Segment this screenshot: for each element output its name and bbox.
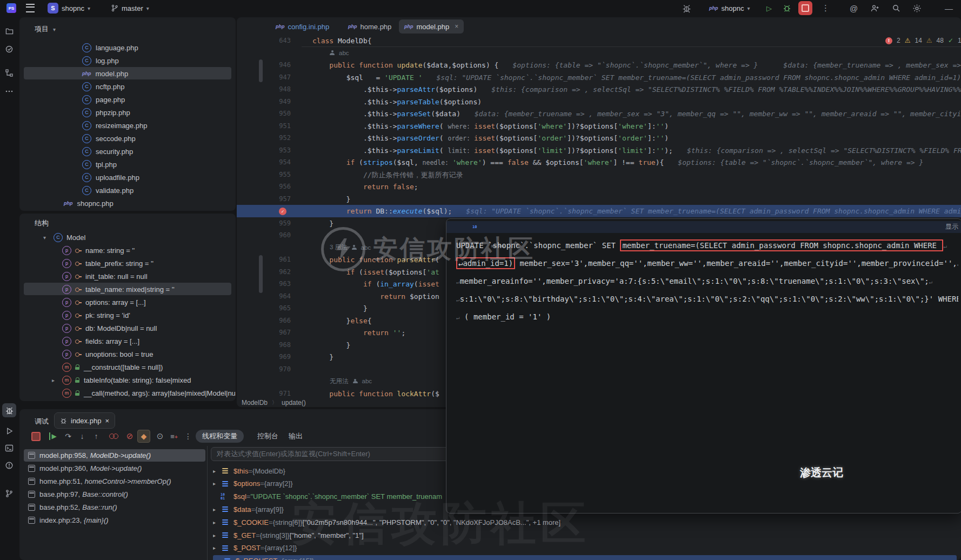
line-number[interactable]: 964 (237, 290, 291, 303)
line-number[interactable]: 969 (237, 351, 291, 363)
code-with-me-button[interactable] (870, 0, 879, 16)
frame-row[interactable]: model.php:958, ModelDb->update() (24, 449, 205, 462)
line-number[interactable]: 967 (237, 326, 291, 339)
line-number[interactable]: 953 (237, 144, 291, 157)
structure-item[interactable]: ▾CModel (43, 231, 85, 243)
structure-item[interactable]: pinit_table: null = null (52, 270, 148, 282)
chevron-down-icon[interactable]: ▾ (43, 235, 50, 241)
frame-row[interactable]: model.php:360, Model->update() (24, 462, 205, 475)
line-number[interactable]: 971 (237, 388, 291, 400)
ai-assistant-button[interactable]: @ (850, 0, 858, 16)
line-number[interactable]: 966 (237, 315, 291, 327)
settings-button[interactable] (912, 0, 922, 16)
frame-row[interactable]: base.php:52, Base::run() (24, 501, 205, 514)
rail-commit-icon[interactable] (2, 42, 16, 56)
mute-breakpoints-button[interactable]: ⊘ (123, 430, 136, 443)
step-over-button[interactable]: ↷ (62, 430, 75, 443)
project-file-security.php[interactable]: Csecurity.php (82, 145, 133, 157)
stop-button[interactable] (29, 430, 42, 443)
vcs-branch-widget[interactable]: master ▾ (111, 0, 149, 16)
popup-show-link[interactable]: 显示 (945, 222, 958, 231)
frame-row[interactable]: index.php:23, {main}() (24, 514, 205, 526)
resume-button[interactable]: ▶ (46, 430, 59, 443)
step-into-button[interactable]: ↓ (76, 430, 89, 443)
frames-variables-divider[interactable] (207, 446, 208, 560)
line-number[interactable]: 961 (237, 254, 291, 266)
line-number[interactable]: 947 (237, 71, 291, 84)
line-number[interactable]: 959 (237, 217, 291, 230)
structure-item[interactable]: pfields: array = [...] (52, 335, 139, 347)
project-file-shopnc.php[interactable]: phpshopnc.php (64, 197, 114, 209)
project-file-tpl.php[interactable]: Ctpl.php (82, 158, 117, 170)
value-viewer-popup[interactable]: 1001valueName = "UPDATE `shopnc`.`shopnc… (446, 218, 961, 514)
project-file-page.php[interactable]: Cpage.php (82, 94, 125, 105)
run-config-selector[interactable]: php shopnc ▾ (709, 0, 750, 16)
structure-item[interactable]: ptable_name: mixed|string = '' (52, 283, 175, 295)
structure-item[interactable]: pdb: ModelDb|null = null (52, 322, 157, 334)
line-number[interactable]: 949 (237, 96, 291, 108)
project-file-validate.php[interactable]: Cvalidate.php (82, 184, 134, 196)
line-number[interactable]: 952 (237, 132, 291, 144)
rail-branch-icon[interactable] (2, 486, 16, 501)
chevron-right-icon[interactable]: ▸ (52, 377, 58, 383)
variable-row-$_REQUEST[interactable]: ▸$_REQUEST = {array[15]} (213, 555, 957, 560)
evaluate-button[interactable]: ⊙ (154, 430, 166, 443)
rail-terminal-icon[interactable] (2, 441, 16, 455)
breadcrumb-class[interactable]: ModelDb (242, 399, 268, 406)
line-number[interactable]: 643 (237, 35, 291, 47)
minimize-window-button[interactable]: — (945, 0, 953, 16)
line-number[interactable]: 957 (237, 193, 291, 205)
run-to-cursor-button[interactable]: ◆ (137, 430, 150, 443)
code-vision-hint[interactable]: abc (330, 47, 349, 59)
project-selector[interactable]: S shopnc ▾ (48, 0, 90, 16)
line-number[interactable]: 954 (237, 156, 291, 169)
add-watch-button[interactable]: ≡+ (168, 430, 181, 443)
main-menu-button[interactable] (26, 0, 35, 16)
structure-item[interactable]: m__construct([table = null]) (52, 361, 163, 373)
structure-item[interactable]: punoptions: bool = true (52, 348, 153, 360)
structure-item[interactable]: ppk: string = 'id' (52, 309, 130, 321)
code-vision-hint[interactable]: 无用法abc (330, 375, 372, 387)
debug-session-tab[interactable]: index.php × (54, 412, 115, 429)
line-number[interactable]: 956 (237, 181, 291, 193)
more-actions-button[interactable]: ⋮ (822, 0, 830, 16)
line-number[interactable]: 970 (237, 363, 291, 376)
line-number[interactable]: 968 (237, 339, 291, 351)
project-file-seccode.php[interactable]: Cseccode.php (82, 132, 136, 144)
frame-row[interactable]: home.php:51, homeControl->memberOp() (24, 475, 205, 488)
project-file-log.php[interactable]: Clog.php (82, 55, 119, 66)
run-button[interactable]: ▷ (766, 0, 772, 16)
variable-row-$_GET[interactable]: ▸$_GET = {string[3]} ["home", "member", … (213, 529, 957, 541)
project-file-model.php[interactable]: phpmodel.php (82, 68, 128, 79)
line-number[interactable]: 965 (237, 302, 291, 315)
variable-row-$_POST[interactable]: ▸$_POST = {array[12]} (213, 542, 957, 554)
project-file-language.php[interactable]: Clanguage.php (82, 42, 138, 54)
rail-play-icon[interactable] (2, 424, 16, 438)
structure-item[interactable]: m__call(method, args): array|false|mixed… (52, 387, 236, 399)
more-button[interactable]: ⋮ (182, 430, 195, 443)
structure-item[interactable]: ▸mtableInfo(table: string): false|mixed (52, 374, 191, 386)
breakpoint-icon[interactable]: ✓ (279, 208, 286, 215)
line-number[interactable]: 962 (237, 266, 291, 278)
project-file-phpzip.php[interactable]: Cphpzip.php (82, 106, 130, 118)
project-file-uploadfile.php[interactable]: Cuploadfile.php (82, 171, 139, 183)
line-number[interactable]: 951 (237, 120, 291, 132)
line-number[interactable]: 960 (237, 229, 291, 242)
line-number[interactable]: 948 (237, 83, 291, 96)
rail-structure-icon[interactable] (2, 66, 16, 80)
line-number[interactable]: 955 (237, 169, 291, 181)
project-file-resizeimage.php[interactable]: Cresizeimage.php (82, 119, 147, 131)
debug-listeners-button[interactable] (682, 0, 691, 16)
popup-value-header[interactable]: 1001valueName = "UPDATE `shopnc`.`shopnc… (446, 221, 961, 233)
stop-button[interactable] (798, 0, 812, 16)
editor-scrollbar[interactable] (259, 59, 263, 82)
rail-bug-icon[interactable] (2, 403, 16, 417)
debug-tab-控制台[interactable]: 控制台 (251, 430, 285, 443)
project-file-ncftp.php[interactable]: Cncftp.php (82, 81, 125, 92)
debug-tab-输出[interactable]: 输出 (282, 430, 309, 443)
line-number[interactable]: 963 (237, 278, 291, 290)
rail-error-icon[interactable] (2, 458, 16, 472)
close-icon[interactable]: × (105, 417, 109, 425)
step-out-button[interactable]: ↑ (90, 430, 103, 443)
debug-button[interactable] (783, 0, 791, 16)
